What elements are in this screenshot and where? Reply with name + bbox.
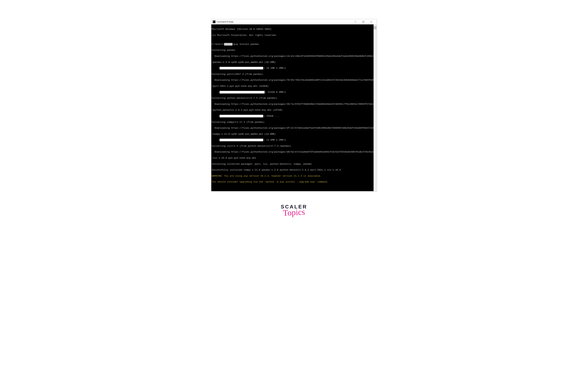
progress-bar xyxy=(220,91,265,93)
pipe-icon: | xyxy=(218,114,220,118)
progress-bar xyxy=(220,67,263,69)
progress-bar xyxy=(220,115,263,117)
output-line: Collecting python-dateutil>=2.7.3 (from … xyxy=(211,97,374,99)
pipe-icon: | xyxy=(218,91,220,94)
output-line: Downloading https://files.pythonhosted.o… xyxy=(211,103,374,106)
progress-bar xyxy=(220,139,263,141)
svg-rect-1 xyxy=(363,21,364,23)
output-line: Downloading https://files.pythonhosted.o… xyxy=(211,127,374,130)
window-controls xyxy=(351,19,375,24)
maximize-button[interactable] xyxy=(359,19,367,24)
output-line: /six-1.16.0-py2.py3-none-any.whl xyxy=(211,157,374,160)
command-prompt-window: C:\ Command Prompt Microsoft Windows [Ve… xyxy=(211,19,377,191)
scrollbar[interactable] xyxy=(374,24,377,191)
output-line: Collecting six>=1.5 (from python-dateuti… xyxy=(211,145,374,147)
title-bar[interactable]: C:\ Command Prompt xyxy=(211,19,377,24)
logo-line2: Topics xyxy=(280,207,308,218)
progress-stats: | 256kB ... xyxy=(263,114,279,118)
progress-stats: | 512kB 6.4MB/s xyxy=(265,91,286,94)
success-line: Successfully installed numpy-1.21.0 pand… xyxy=(211,168,374,171)
output-line: Downloading https://files.pythonhosted.o… xyxy=(211,55,374,58)
prompt-line: C:\Users\>pip install pandas xyxy=(211,43,374,46)
output-line: /numpy-1.21.0-cp38-cp38-win_amd64.whl (1… xyxy=(211,133,374,136)
output-line: /python_dateutil-2.8.2-py2.py3-none-any.… xyxy=(211,108,374,112)
terminal-wrapper: Microsoft Windows [Version 10.0.19043.10… xyxy=(211,24,377,191)
banner-line: Microsoft Windows [Version 10.0.19043.10… xyxy=(211,28,374,31)
close-button[interactable] xyxy=(367,19,375,24)
scrollbar-thumb[interactable] xyxy=(374,26,376,29)
minimize-button[interactable] xyxy=(351,19,359,24)
output-line: /pandas-1.3.0-cp38-cp38-win_amd64.whl (1… xyxy=(211,61,374,64)
progress-bar-line: || 256kB ... xyxy=(211,114,374,118)
output-line: /pytz-2021.1-py2.py3-none-any.whl (510kB… xyxy=(211,85,374,88)
prompt-command: >pip install pandas xyxy=(232,43,259,46)
output-line: Collecting pandas xyxy=(211,49,374,52)
copyright-line: (c) Microsoft Corporation. All rights re… xyxy=(211,34,374,37)
warning-line: You should consider upgrading via the 'p… xyxy=(211,180,374,183)
output-line: Downloading https://files.pythonhosted.o… xyxy=(211,151,374,153)
window-title: Command Prompt xyxy=(217,21,351,23)
output-line: Collecting pytz>=2017.3 (from pandas) xyxy=(211,73,374,76)
terminal-output[interactable]: Microsoft Windows [Version 10.0.19043.10… xyxy=(211,24,374,191)
pipe-icon: | xyxy=(218,67,220,70)
prompt-prefix: C:\Users\ xyxy=(212,43,224,46)
scaler-topics-logo: SCALER Topics xyxy=(281,204,307,217)
output-line: Collecting numpy>=1.17.3 (from pandas) xyxy=(211,121,374,124)
output-line: Downloading https://files.pythonhosted.o… xyxy=(211,79,374,82)
redacted-username xyxy=(224,43,232,46)
progress-bar-line: || 14.0MB 2.2MB/s xyxy=(211,138,374,141)
progress-bar-line: || 10.2MB 3.3MB/s xyxy=(211,67,374,70)
output-line: Installing collected packages: pytz, six… xyxy=(211,163,374,166)
progress-stats: | 14.0MB 2.2MB/s xyxy=(263,138,286,141)
warning-line: WARNING: You are using pip version 19.2.… xyxy=(211,175,374,177)
cmd-icon: C:\ xyxy=(213,20,215,23)
progress-bar-line: || 512kB 6.4MB/s xyxy=(211,91,374,94)
pipe-icon: | xyxy=(218,138,220,141)
progress-stats: | 10.2MB 3.3MB/s xyxy=(263,67,286,70)
